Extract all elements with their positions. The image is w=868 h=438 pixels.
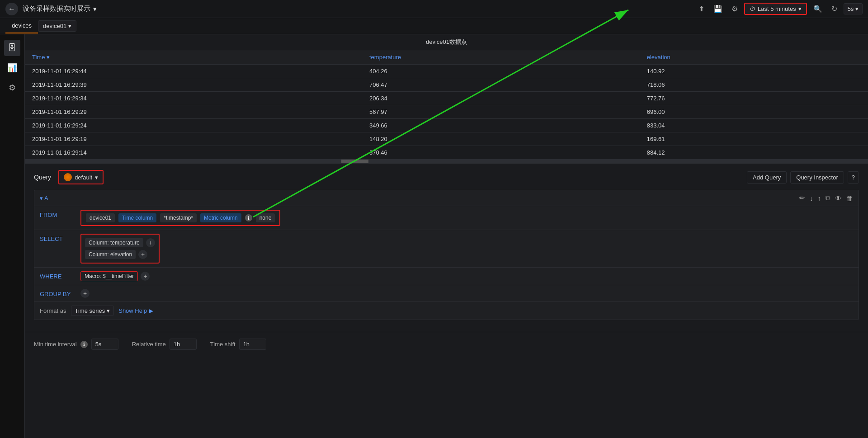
title-caret-icon[interactable]: ▾ (93, 5, 97, 13)
datasource-caret: ▾ (95, 174, 98, 181)
query-section: Query default ▾ Add Query Query Inspecto… (25, 164, 868, 332)
where-macro-tag[interactable]: Macro: $__timeFilter (80, 271, 138, 281)
panel-title: device01数据点 (25, 34, 868, 50)
refresh-interval-button[interactable]: 5s ▾ (844, 3, 863, 14)
cell-time: 2019-11-01 16:29:29 (25, 105, 362, 119)
dashboard-title: 设备采样数据实时展示 ▾ (23, 5, 696, 13)
settings-button[interactable]: ⚙ (729, 3, 741, 15)
time-picker-label: Last 5 minutes (758, 5, 796, 12)
cell-elevation: 833.04 (640, 119, 868, 132)
move-down-icon[interactable]: ↓ (810, 194, 813, 202)
add-query-button[interactable]: Add Query (747, 171, 787, 184)
add-elev-column-button[interactable]: + (138, 250, 147, 259)
metric-info-icon[interactable]: ℹ (245, 214, 252, 221)
select-label: SELECT (40, 234, 76, 242)
toggle-visibility-icon[interactable]: 👁 (835, 194, 842, 202)
sidebar-icon-settings[interactable]: ⚙ (4, 80, 20, 96)
add-temp-column-button[interactable]: + (146, 238, 155, 247)
sidebar-icon-chart[interactable]: 📊 (4, 60, 20, 76)
cell-temperature: 404.26 (362, 65, 640, 78)
where-label: WHERE (40, 271, 76, 280)
cell-time: 2019-11-01 16:29:24 (25, 119, 362, 132)
refresh-interval-label: 5s (848, 5, 854, 12)
col-temperature: temperature (362, 50, 640, 65)
time-column-value-tag[interactable]: *timestamp* (160, 213, 197, 222)
cell-time: 2019-11-01 16:29:19 (25, 132, 362, 146)
table-row: 2019-11-01 16:29:19148.20169.61 (25, 132, 868, 146)
help-button[interactable]: ? (848, 171, 859, 184)
col-time[interactable]: Time ▾ (25, 50, 362, 65)
where-row: WHERE Macro: $__timeFilter + (34, 268, 859, 285)
cell-elevation: 696.00 (640, 105, 868, 119)
from-content: device01 Time column *timestamp* Metric … (80, 210, 280, 226)
cell-temperature: 570.46 (362, 146, 640, 160)
clock-icon: ⏱ (750, 5, 755, 12)
cell-elevation: 884.12 (640, 146, 868, 160)
data-table: Time ▾ temperature elevation 2019-11-01 … (25, 50, 868, 160)
main-layout: 🗄 📊 ⚙ device01数据点 Time ▾ temperature ele… (0, 34, 868, 438)
column-temp-tag[interactable]: Column: temperature (85, 238, 143, 247)
time-shift-input[interactable] (239, 339, 266, 350)
query-header: Query default ▾ Add Query Query Inspecto… (34, 170, 859, 184)
format-select[interactable]: Time series ▾ (71, 306, 114, 316)
add-group-by-button[interactable]: + (80, 289, 90, 298)
group-by-label: GROUP BY (40, 289, 76, 297)
select-content: Column: temperature + Column: elevation … (80, 234, 160, 264)
column-elev-tag[interactable]: Column: elevation (85, 250, 136, 259)
query-section-label: Query (34, 174, 51, 181)
time-picker-caret: ▾ (798, 5, 802, 12)
main-content: device01数据点 Time ▾ temperature elevation… (25, 34, 868, 438)
save-button[interactable]: 💾 (711, 3, 725, 15)
metric-column-label-tag[interactable]: Metric column (200, 213, 241, 222)
query-block-a-label[interactable]: ▾ A (40, 195, 48, 202)
min-time-interval-input[interactable] (91, 339, 118, 350)
share-button[interactable]: ⬆ (696, 3, 707, 15)
min-time-interval-group: Min time interval ℹ (34, 339, 118, 350)
cell-time: 2019-11-01 16:29:44 (25, 65, 362, 78)
query-inspector-button[interactable]: Query Inspector (790, 171, 844, 184)
query-actions: Add Query Query Inspector ? (747, 171, 859, 184)
scrollbar-track[interactable] (25, 160, 868, 163)
cell-temperature: 206.34 (362, 92, 640, 105)
metric-value-tag[interactable]: none (256, 213, 275, 222)
tab-device01[interactable]: device01 ▾ (38, 20, 76, 32)
from-table-tag[interactable]: device01 (86, 213, 115, 222)
dashboard-title-text: 设备采样数据实时展示 (23, 5, 90, 13)
cell-elevation: 772.76 (640, 92, 868, 105)
relative-time-input[interactable] (170, 339, 197, 350)
scrollbar-thumb[interactable] (341, 160, 368, 163)
delete-icon[interactable]: 🗑 (846, 194, 853, 202)
from-label: FROM (40, 210, 76, 218)
show-help-link[interactable]: Show Help ▶ (118, 307, 153, 314)
add-where-button[interactable]: + (141, 272, 150, 281)
cell-elevation: 140.92 (640, 65, 868, 78)
query-block-a-header: ▾ A ✏ ↓ ↑ ⧉ 👁 🗑 (34, 190, 859, 206)
cell-time: 2019-11-01 16:29:34 (25, 92, 362, 105)
col-elevation: elevation (640, 50, 868, 65)
relative-time-label: Relative time (132, 341, 166, 348)
back-button[interactable]: ← (5, 3, 18, 15)
sidebar-icon-database[interactable]: 🗄 (4, 40, 20, 56)
format-as-label: Format as (40, 307, 66, 314)
time-picker-button[interactable]: ⏱ Last 5 minutes ▾ (744, 3, 807, 15)
min-time-interval-label: Min time interval (34, 341, 77, 348)
table-row: 2019-11-01 16:29:44404.26140.92 (25, 65, 868, 78)
search-button[interactable]: 🔍 (811, 3, 825, 15)
tab-devices[interactable]: devices (5, 19, 38, 33)
group-by-content: + (80, 289, 90, 298)
refresh-caret: ▾ (855, 5, 859, 12)
table-row: 2019-11-01 16:29:29567.97696.00 (25, 105, 868, 119)
move-up-icon[interactable]: ↑ (818, 194, 821, 202)
bottom-options: Min time interval ℹ Relative time Time s… (25, 332, 868, 356)
device01-caret-icon: ▾ (68, 23, 71, 29)
min-time-interval-info-icon[interactable]: ℹ (80, 341, 88, 348)
refresh-button[interactable]: ↻ (829, 3, 840, 15)
where-content: Macro: $__timeFilter + (80, 271, 150, 281)
select-row: SELECT Column: temperature + Column: ele… (34, 230, 859, 268)
query-block-a: ▾ A ✏ ↓ ↑ ⧉ 👁 🗑 FROM device0 (34, 190, 859, 320)
from-row: FROM device01 Time column *timestamp* Me… (34, 206, 859, 230)
time-column-label-tag[interactable]: Time column (118, 213, 156, 222)
edit-icon[interactable]: ✏ (799, 194, 805, 202)
duplicate-icon[interactable]: ⧉ (826, 194, 830, 202)
datasource-select[interactable]: default ▾ (58, 170, 104, 184)
